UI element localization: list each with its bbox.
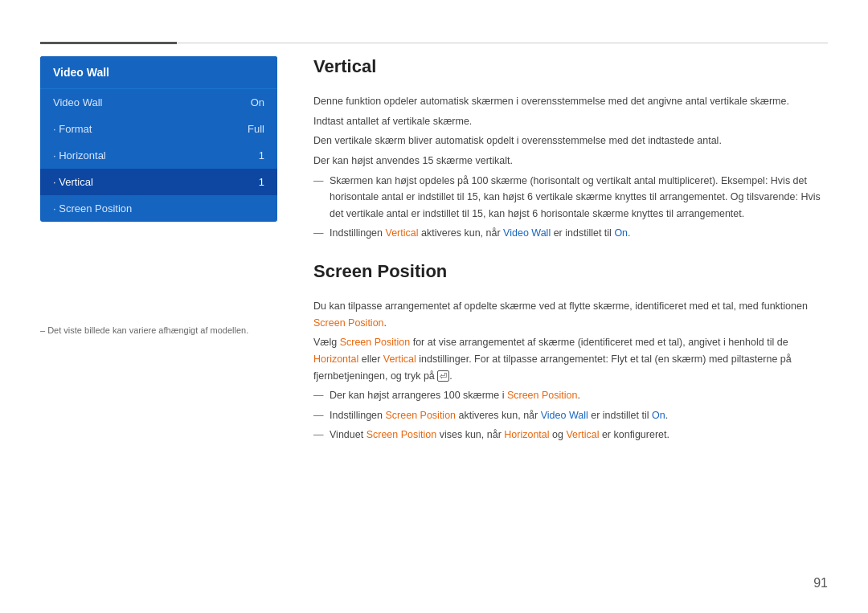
vertical-section: Vertical Denne funktion opdeler automati… xyxy=(313,56,828,242)
sidebar-item-label: · Screen Position xyxy=(53,202,132,215)
sidebar-item-label: · Format xyxy=(53,123,92,135)
vertical-para1: Denne funktion opdeler automatisk skærme… xyxy=(313,93,828,110)
page-number: 91 xyxy=(813,576,828,591)
sp-para2-mid2: eller xyxy=(358,353,383,365)
sp-para1: Du kan tilpasse arrangementet af opdelte… xyxy=(313,298,828,331)
sidebar-item-screen-position[interactable]: · Screen Position xyxy=(40,195,277,222)
sp-indent3-horiz: Horizontal xyxy=(504,429,549,440)
screen-position-section: Screen Position Du kan tilpasse arrangem… xyxy=(313,261,828,443)
vertical-indent2-pre: Indstillingen xyxy=(330,227,386,239)
sp-indent3-og: og xyxy=(550,429,567,440)
sp-indent2-link: Screen Position xyxy=(386,410,457,421)
main-content: Vertical Denne funktion opdeler automati… xyxy=(313,56,828,447)
vertical-indent2: Indstillingen Vertical aktiveres kun, nå… xyxy=(313,225,828,242)
screen-position-body: Du kan tilpasse arrangementet af opdelte… xyxy=(313,298,828,443)
sp-para2-link1: Screen Position xyxy=(340,337,411,348)
sp-indent2-is: er indstillet til xyxy=(588,410,652,421)
top-line-light xyxy=(177,43,828,43)
sidebar-item-label: · Vertical xyxy=(53,176,93,188)
sp-indent1-pre: Der kan højst arrangeres 100 skærme i xyxy=(330,390,507,401)
sidebar: Video Wall Video Wall On · Format Full ·… xyxy=(40,56,277,222)
sp-indent2-videowall: Video Wall xyxy=(541,410,588,421)
vertical-para4: Der kan højst anvendes 15 skærme vertika… xyxy=(313,153,828,170)
sp-para2-pre: Vælg xyxy=(313,337,340,348)
sidebar-menu: Video Wall Video Wall On · Format Full ·… xyxy=(40,56,277,222)
sidebar-item-value: 1 xyxy=(259,176,264,188)
vertical-para3: Den vertikale skærm bliver automatisk op… xyxy=(313,133,828,149)
sp-para2-icon: ⏎ xyxy=(437,370,449,382)
sidebar-item-label: Video Wall xyxy=(53,96,102,108)
sp-indent3-end: er konfigureret. xyxy=(599,429,669,440)
sp-indent3-mid: vises kun, når xyxy=(436,429,504,440)
sidebar-item-horizontal[interactable]: · Horizontal 1 xyxy=(40,142,277,169)
sp-indent3: Vinduet Screen Position vises kun, når H… xyxy=(313,427,828,443)
sp-indent1-end: . xyxy=(577,390,579,401)
sp-para2: Vælg Screen Position for at vise arrange… xyxy=(313,334,828,384)
sidebar-item-vertical[interactable]: · Vertical 1 xyxy=(40,169,277,195)
vertical-indent2-end: . xyxy=(628,227,630,239)
sp-indent1: Der kan højst arrangeres 100 skærme i Sc… xyxy=(313,387,828,404)
sidebar-note: – Det viste billede kan variere afhængig… xyxy=(40,325,248,335)
sp-indent3-pre: Vinduet xyxy=(330,429,366,440)
top-line-dark xyxy=(40,42,177,44)
sp-indent2-end: . xyxy=(665,410,668,421)
top-lines xyxy=(40,42,828,44)
sp-para1-link: Screen Position xyxy=(313,317,384,329)
sidebar-item-label: · Horizontal xyxy=(53,149,106,161)
sidebar-item-video-wall[interactable]: Video Wall On xyxy=(40,89,277,116)
sp-para2-mid1: for at vise arrangementet af skærme (ide… xyxy=(410,337,788,348)
screen-position-title: Screen Position xyxy=(313,261,828,287)
sp-para2-end: . xyxy=(449,370,452,382)
vertical-indent2-on: On xyxy=(614,227,628,239)
sidebar-item-value: 1 xyxy=(259,149,264,161)
sp-indent1-link: Screen Position xyxy=(507,390,578,401)
vertical-title: Vertical xyxy=(313,56,828,82)
sp-indent2-mid: aktiveres kun, når xyxy=(456,410,541,421)
sp-para1-end: . xyxy=(384,317,387,329)
sp-indent3-vert: Vertical xyxy=(566,429,599,440)
sp-indent2-on: On xyxy=(652,410,665,421)
vertical-indent2-post: er indstillet til xyxy=(551,227,614,239)
vertical-indent2-videowall: Video Wall xyxy=(503,227,551,239)
sp-indent2: Indstillingen Screen Position aktiveres … xyxy=(313,407,828,424)
sidebar-title: Video Wall xyxy=(40,56,277,89)
vertical-indent2-vertical: Vertical xyxy=(386,227,419,239)
sp-para2-link2: Horizontal xyxy=(313,353,358,365)
vertical-para2: Indtast antallet af vertikale skærme. xyxy=(313,113,828,130)
sp-indent3-link: Screen Position xyxy=(366,429,437,440)
vertical-body: Denne funktion opdeler automatisk skærme… xyxy=(313,93,828,242)
sp-para2-link3: Vertical xyxy=(383,353,416,365)
vertical-indent1: Skærmen kan højst opdeles på 100 skærme … xyxy=(313,173,828,223)
sidebar-item-value: On xyxy=(251,96,264,108)
sp-indent2-pre: Indstillingen xyxy=(330,410,386,421)
vertical-indent2-mid: aktiveres kun, når xyxy=(419,227,504,239)
sidebar-item-format[interactable]: · Format Full xyxy=(40,116,277,142)
sp-para1-pre: Du kan tilpasse arrangementet af opdelte… xyxy=(313,300,808,312)
sidebar-item-value: Full xyxy=(248,123,264,135)
